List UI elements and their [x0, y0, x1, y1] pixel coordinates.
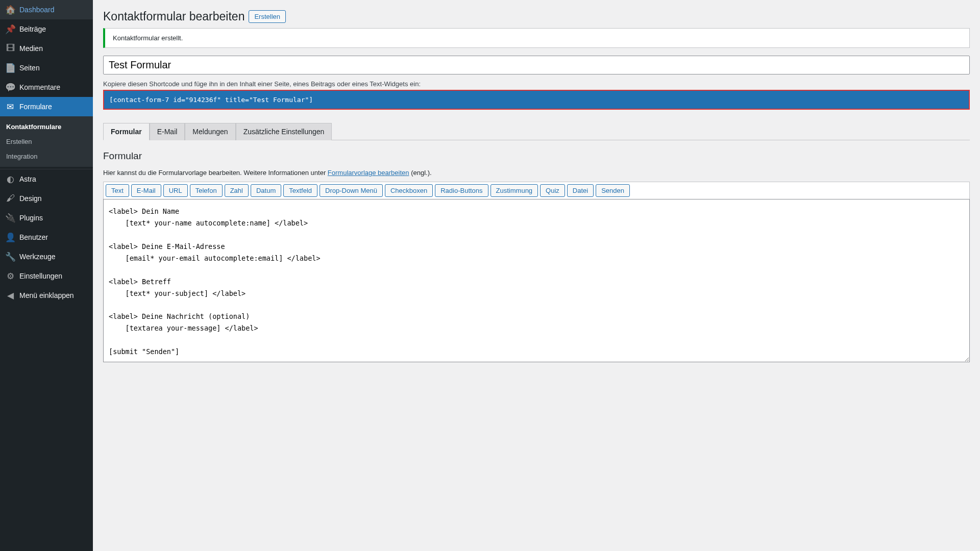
- tag-btn-e-mail[interactable]: E-Mail: [131, 184, 161, 197]
- panel-description: Hier kannst du die Formularvorlage bearb…: [103, 169, 970, 177]
- shortcode-input[interactable]: [109, 96, 964, 104]
- sidebar-item-medien[interactable]: 🎞Medien: [0, 39, 93, 58]
- media-icon: 🎞: [5, 43, 15, 54]
- submenu-item-integration[interactable]: Integration: [0, 149, 93, 164]
- sidebar-item-astra[interactable]: ◐Astra: [0, 169, 93, 189]
- sidebar-item-seiten[interactable]: 📄Seiten: [0, 58, 93, 78]
- sidebar-item-label: Astra: [19, 175, 36, 183]
- brush-icon: 🖌: [5, 193, 15, 204]
- tab-zus-tzliche-einstellungen[interactable]: Zusätzliche Einstellungen: [236, 123, 332, 140]
- sidebar-item-label: Seiten: [19, 64, 40, 72]
- notice-text: Kontaktformular erstellt.: [113, 34, 183, 42]
- collapse-icon: ◀: [5, 290, 15, 300]
- page-title: Kontaktformular bearbeiten: [103, 10, 244, 23]
- sidebar-item-einstellungen[interactable]: ⚙Einstellungen: [0, 266, 93, 286]
- sidebar-item-label: Menü einklappen: [19, 291, 74, 299]
- sidebar-item-werkzeuge[interactable]: 🔧Werkzeuge: [0, 247, 93, 266]
- tab-formular[interactable]: Formular: [103, 123, 150, 140]
- mail-icon: ✉: [5, 102, 15, 112]
- sidebar-item-beiträge[interactable]: 📌Beiträge: [0, 19, 93, 39]
- tab-bar: FormularE-MailMeldungenZusätzliche Einst…: [103, 122, 970, 140]
- tag-btn-text[interactable]: Text: [106, 184, 129, 197]
- tag-btn-datei[interactable]: Datei: [567, 184, 594, 197]
- sidebar-item-formulare[interactable]: ✉Formulare: [0, 97, 93, 116]
- form-template-editor[interactable]: [103, 199, 970, 362]
- success-notice: Kontaktformular erstellt.: [103, 28, 970, 48]
- tab-meldungen[interactable]: Meldungen: [185, 123, 235, 140]
- pin-icon: 📌: [5, 24, 15, 34]
- main-content: Kontaktformular bearbeiten Erstellen Kon…: [93, 0, 980, 551]
- tag-btn-url[interactable]: URL: [163, 184, 188, 197]
- panel-title: Formular: [103, 151, 970, 162]
- user-icon: 👤: [5, 232, 15, 242]
- tag-btn-telefon[interactable]: Telefon: [190, 184, 223, 197]
- sidebar-item-menü-einklappen[interactable]: ◀Menü einklappen: [0, 286, 93, 305]
- wrench-icon: 🔧: [5, 252, 15, 262]
- tag-btn-quiz[interactable]: Quiz: [540, 184, 565, 197]
- gear-icon: ⚙: [5, 271, 15, 281]
- shortcode-box: [103, 90, 970, 110]
- sidebar-item-label: Design: [19, 194, 42, 203]
- sidebar-item-kommentare[interactable]: 💬Kommentare: [0, 78, 93, 97]
- tab-e-mail[interactable]: E-Mail: [150, 123, 185, 140]
- tag-btn-zahl[interactable]: Zahl: [225, 184, 249, 197]
- sidebar-item-dashboard[interactable]: 🏠Dashboard: [0, 0, 93, 19]
- page-icon: 📄: [5, 63, 15, 73]
- shortcode-hint: Kopiere diesen Shortcode und füge ihn in…: [103, 80, 970, 88]
- sidebar-item-label: Einstellungen: [19, 272, 62, 280]
- tag-btn-radio-buttons[interactable]: Radio-Buttons: [435, 184, 488, 197]
- submenu-item-kontaktformulare[interactable]: Kontaktformulare: [0, 119, 93, 134]
- tag-btn-drop-down-men-[interactable]: Drop-Down Menü: [320, 184, 383, 197]
- dashboard-icon: 🏠: [5, 5, 15, 15]
- tag-generator-bar: TextE-MailURLTelefonZahlDatumTextfeldDro…: [103, 182, 970, 199]
- sidebar-item-plugins[interactable]: 🔌Plugins: [0, 208, 93, 228]
- tag-btn-senden[interactable]: Senden: [596, 184, 630, 197]
- sidebar-item-design[interactable]: 🖌Design: [0, 189, 93, 208]
- sidebar-item-label: Medien: [19, 44, 43, 53]
- sidebar-item-label: Formulare: [19, 103, 52, 111]
- admin-sidebar: 🏠Dashboard📌Beiträge🎞Medien📄Seiten💬Kommen…: [0, 0, 93, 551]
- sidebar-item-label: Kommentare: [19, 83, 60, 91]
- comment-icon: 💬: [5, 82, 15, 92]
- astra-icon: ◐: [5, 174, 15, 184]
- sidebar-item-label: Benutzer: [19, 233, 48, 241]
- create-button[interactable]: Erstellen: [249, 10, 286, 23]
- form-title-input[interactable]: [103, 56, 970, 74]
- sidebar-item-label: Dashboard: [19, 6, 55, 14]
- tag-btn-checkboxen[interactable]: Checkboxen: [385, 184, 433, 197]
- sidebar-item-benutzer[interactable]: 👤Benutzer: [0, 228, 93, 247]
- plug-icon: 🔌: [5, 213, 15, 223]
- sidebar-item-label: Plugins: [19, 214, 43, 222]
- submenu-item-erstellen[interactable]: Erstellen: [0, 134, 93, 149]
- tag-btn-datum[interactable]: Datum: [251, 184, 281, 197]
- sidebar-item-label: Werkzeuge: [19, 253, 56, 261]
- sidebar-item-label: Beiträge: [19, 25, 46, 33]
- template-doc-link[interactable]: Formularvorlage bearbeiten: [328, 169, 409, 177]
- tag-btn-zustimmung[interactable]: Zustimmung: [491, 184, 538, 197]
- tag-btn-textfeld[interactable]: Textfeld: [283, 184, 317, 197]
